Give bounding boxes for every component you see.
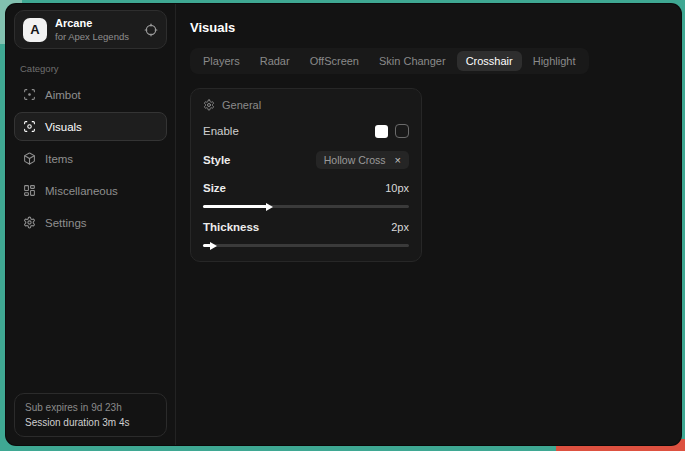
size-slider[interactable]: [203, 205, 409, 208]
tab-players[interactable]: Players: [194, 51, 249, 71]
size-label: Size: [203, 182, 226, 194]
layout-grid-icon: [23, 184, 36, 197]
sidebar-item-label: Visuals: [45, 121, 82, 133]
enable-label: Enable: [203, 125, 239, 137]
thickness-value: 2px: [391, 221, 409, 233]
enable-controls: [375, 124, 409, 138]
tab-bar: Players Radar OffScreen Skin Changer Cro…: [190, 48, 589, 74]
style-select[interactable]: Hollow Cross ×: [316, 151, 409, 169]
app-window: A Arcane for Apex Legends Category: [6, 4, 681, 445]
app-logo: A: [23, 18, 47, 42]
sidebar-item-items[interactable]: Items: [14, 144, 167, 173]
gear-icon: [203, 99, 215, 111]
panel-title: General: [222, 99, 261, 111]
size-slider-thumb[interactable]: [266, 203, 273, 211]
sidebar-item-label: Aimbot: [45, 89, 81, 101]
scan-eye-icon: [23, 120, 36, 133]
subscription-info-box: Sub expires in 9d 23h Session duration 3…: [14, 393, 167, 437]
tab-offscreen[interactable]: OffScreen: [301, 51, 368, 71]
app-name: Arcane: [55, 17, 136, 29]
thickness-slider-fill: [203, 244, 211, 247]
app-header-card: A Arcane for Apex Legends: [14, 10, 167, 49]
sidebar-item-visuals[interactable]: Visuals: [14, 112, 167, 141]
crosshair-scan-icon: [23, 88, 36, 101]
style-value: Hollow Cross: [324, 154, 386, 166]
sidebar-item-label: Items: [45, 153, 73, 165]
sub-expires-text: Sub expires in 9d 23h: [25, 402, 156, 413]
tab-highlight[interactable]: Highlight: [524, 51, 585, 71]
tab-skin-changer[interactable]: Skin Changer: [370, 51, 455, 71]
general-panel: General Enable Style Hollow Cross × Size…: [190, 88, 422, 262]
size-value: 10px: [385, 182, 409, 194]
tab-radar[interactable]: Radar: [251, 51, 299, 71]
color-swatch[interactable]: [375, 125, 388, 138]
category-label: Category: [20, 63, 161, 74]
gear-icon: [23, 216, 36, 229]
sidebar-item-label: Settings: [45, 217, 87, 229]
page-title: Visuals: [190, 20, 667, 35]
enable-row: Enable: [203, 124, 409, 138]
enable-checkbox[interactable]: [395, 124, 409, 138]
size-row: Size 10px: [203, 182, 409, 194]
package-icon: [23, 152, 36, 165]
style-label: Style: [203, 154, 231, 166]
thickness-label: Thickness: [203, 221, 259, 233]
app-header-texts: Arcane for Apex Legends: [55, 17, 136, 42]
style-row: Style Hollow Cross ×: [203, 151, 409, 169]
session-duration-text: Session duration 3m 4s: [25, 417, 156, 428]
thickness-slider-thumb[interactable]: [210, 242, 217, 250]
close-icon[interactable]: ×: [395, 155, 401, 166]
target-icon[interactable]: [144, 23, 158, 37]
main-content: Visuals Players Radar OffScreen Skin Cha…: [176, 4, 681, 445]
sidebar: A Arcane for Apex Legends Category: [6, 4, 176, 445]
app-subtitle: for Apex Legends: [55, 31, 136, 42]
tab-crosshair[interactable]: Crosshair: [457, 51, 522, 71]
panel-header: General: [203, 99, 409, 111]
sidebar-item-label: Miscellaneous: [45, 185, 118, 197]
thickness-slider[interactable]: [203, 244, 409, 247]
sidebar-item-aimbot[interactable]: Aimbot: [14, 80, 167, 109]
thickness-row: Thickness 2px: [203, 221, 409, 233]
sidebar-item-miscellaneous[interactable]: Miscellaneous: [14, 176, 167, 205]
sidebar-item-settings[interactable]: Settings: [14, 208, 167, 237]
size-slider-fill: [203, 205, 267, 208]
